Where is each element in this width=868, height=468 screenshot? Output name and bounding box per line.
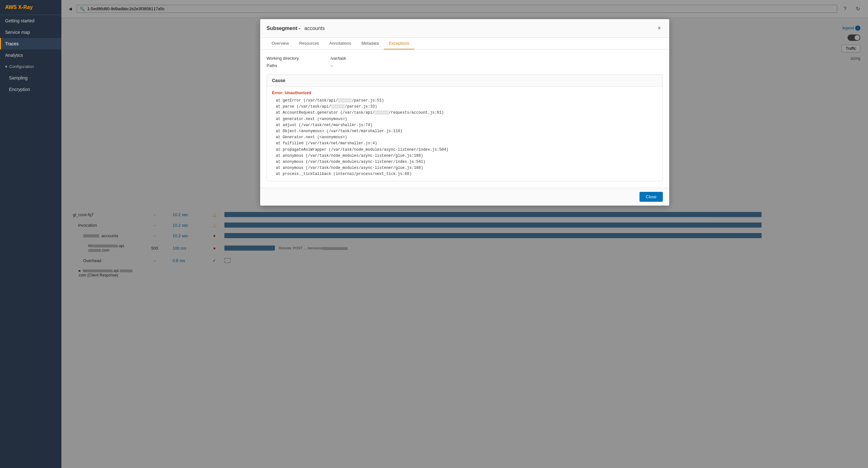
modal-header: Subsegment - accounts × — [260, 19, 669, 38]
sidebar-item-analytics[interactable]: Analytics — [0, 49, 61, 61]
error-title: Error: Unauthorized — [272, 90, 657, 95]
stack-line: at anonymous (/var/task/node_modules/asy… — [272, 159, 657, 165]
modal-body: Working directory /var/task Paths -- Cau… — [260, 49, 669, 188]
stack-line: at AccountRequest.generator (/var/task/a… — [272, 110, 657, 116]
sidebar-item-service-map[interactable]: Service map — [0, 27, 61, 38]
field-row-paths: Paths -- — [267, 63, 663, 68]
tab-annotations[interactable]: Annotations — [324, 38, 356, 49]
tab-resources[interactable]: Resources — [294, 38, 324, 49]
sidebar-item-label: Service map — [5, 30, 30, 35]
sidebar-item-getting-started[interactable]: Getting started — [0, 15, 61, 27]
stack-line: at propagateAslWrapper (/var/task/node_m… — [272, 147, 657, 153]
sidebar-item-label: Analytics — [5, 53, 23, 58]
stack-trace: at getError (/var/task/api/░░░░░░/parser… — [272, 98, 657, 177]
field-row-working-dir: Working directory /var/task — [267, 56, 663, 61]
modal-title-text: Subsegment - — [267, 26, 301, 31]
field-label: Paths — [267, 63, 331, 68]
modal: Subsegment - accounts × Overview Resourc… — [260, 19, 669, 206]
exception-fields: Working directory /var/task Paths -- — [267, 56, 663, 68]
sidebar-item-traces[interactable]: Traces — [0, 38, 61, 49]
sidebar-item-label: Getting started — [5, 18, 34, 23]
close-button[interactable]: Close — [640, 192, 663, 202]
modal-footer: Close — [260, 188, 669, 206]
sidebar: AWS X-Ray Getting started Service map Tr… — [0, 0, 61, 468]
stack-line: at fulfilled (/var/task/net/marshaller.j… — [272, 140, 657, 146]
tab-overview[interactable]: Overview — [267, 38, 294, 49]
app-title: AWS X-Ray — [0, 0, 61, 15]
stack-line: at getError (/var/task/api/░░░░░░/parser… — [272, 98, 657, 104]
sidebar-group-label: Configuration — [9, 64, 34, 69]
field-value: -- — [331, 63, 333, 68]
stack-line: at anonymous (/var/task/node_modules/asy… — [272, 153, 657, 159]
sidebar-item-sampling[interactable]: Sampling — [0, 72, 61, 83]
sidebar-item-label: Traces — [5, 41, 19, 46]
stack-line: at adjust (/var/task/net/marshaller.js:7… — [272, 122, 657, 128]
cause-header: Cause — [267, 75, 662, 87]
stack-line: at parse (/var/task/api/░░░░░░/parser.js… — [272, 104, 657, 110]
sidebar-item-label: Encryption — [9, 87, 30, 92]
cause-body: Error: Unauthorized at getError (/var/ta… — [267, 87, 662, 181]
sidebar-item-label: Sampling — [9, 75, 28, 80]
modal-title: Subsegment - accounts — [267, 26, 325, 31]
stack-line: at Object.<anonymous> (/var/task/net/mar… — [272, 128, 657, 134]
tab-metadata[interactable]: Metadata — [356, 38, 384, 49]
tabs: Overview Resources Annotations Metadata … — [260, 38, 669, 49]
modal-backdrop: Subsegment - accounts × Overview Resourc… — [61, 0, 868, 468]
chevron-icon: ▾ — [5, 64, 7, 69]
stack-line: at Generator.next (<anonymous>) — [272, 134, 657, 140]
modal-subtitle: accounts — [304, 26, 325, 31]
stack-line: at anonymous (/var/task/node_modules/asy… — [272, 165, 657, 171]
stack-line: at generator.next (<anonymous>) — [272, 116, 657, 122]
field-label: Working directory — [267, 56, 331, 61]
modal-close-button[interactable]: × — [655, 24, 663, 32]
cause-section: Cause Error: Unauthorized at getError (/… — [267, 74, 663, 181]
field-value: /var/task — [331, 56, 346, 61]
sidebar-group-configuration[interactable]: ▾ Configuration — [0, 61, 61, 72]
sidebar-item-encryption[interactable]: Encryption — [0, 83, 61, 95]
tab-exceptions[interactable]: Exceptions — [384, 38, 414, 49]
stack-line: at process._tickCallback (internal/proce… — [272, 171, 657, 177]
